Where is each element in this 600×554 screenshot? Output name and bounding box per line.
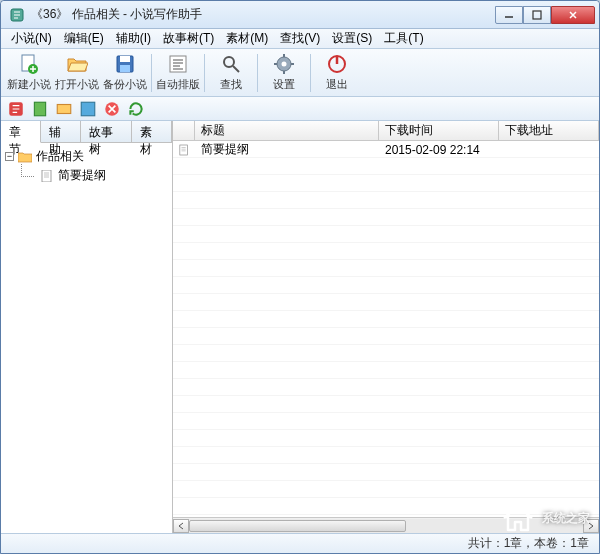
exit-icon <box>326 53 348 75</box>
grid-header-icon[interactable] <box>173 121 195 140</box>
statusbar: 共计：1章，本卷：1章 <box>1 533 599 553</box>
format-icon <box>167 53 189 75</box>
maximize-button[interactable] <box>523 6 551 24</box>
status-text: 共计：1章，本卷：1章 <box>468 535 589 552</box>
tree-child-label: 简要提纲 <box>58 167 106 184</box>
titlebar: 《36》 作品相关 - 小说写作助手 <box>1 1 599 29</box>
scroll-track[interactable] <box>189 519 583 533</box>
exit-label: 退出 <box>326 77 348 92</box>
new-novel-label: 新建小说 <box>7 77 51 92</box>
open-novel-label: 打开小说 <box>55 77 99 92</box>
svg-rect-21 <box>57 104 71 113</box>
tab-assist[interactable]: 辅助 <box>41 121 81 142</box>
menu-storytree[interactable]: 故事树(T) <box>157 28 220 49</box>
tree-view[interactable]: − 作品相关 简要提纲 <box>1 143 172 533</box>
grid-header-title[interactable]: 标题 <box>195 121 379 140</box>
app-icon <box>9 7 25 23</box>
sidebar-tabs: 章节 辅助 故事树 素材 <box>1 121 172 143</box>
row-icon <box>173 144 195 156</box>
tab-chapters[interactable]: 章节 <box>1 121 41 143</box>
grid-header-addr[interactable]: 下载地址 <box>499 121 599 140</box>
attach-button[interactable] <box>55 100 73 118</box>
auto-format-label: 自动排版 <box>156 77 200 92</box>
toolbar-separator <box>257 54 258 92</box>
scroll-left-button[interactable] <box>173 519 189 533</box>
exit-button[interactable]: 退出 <box>313 51 361 95</box>
svg-rect-20 <box>34 102 45 116</box>
toolbar-separator <box>151 54 152 92</box>
backup-novel-label: 备份小说 <box>103 77 147 92</box>
menu-edit[interactable]: 编辑(E) <box>58 28 110 49</box>
gear-icon <box>273 53 295 75</box>
svg-line-10 <box>233 66 239 72</box>
svg-rect-8 <box>170 56 186 72</box>
backup-novel-button[interactable]: 备份小说 <box>101 51 149 95</box>
delete-button[interactable] <box>103 100 121 118</box>
new-novel-button[interactable]: 新建小说 <box>5 51 53 95</box>
menu-find[interactable]: 查找(V) <box>274 28 326 49</box>
scroll-right-button[interactable] <box>583 519 599 533</box>
refresh-button[interactable] <box>127 100 145 118</box>
open-novel-button[interactable]: 打开小说 <box>53 51 101 95</box>
save-icon <box>114 53 136 75</box>
open-folder-icon <box>66 53 88 75</box>
minimize-button[interactable] <box>495 6 523 24</box>
sidebar: 章节 辅助 故事树 素材 − 作品相关 简要提纲 <box>1 121 173 533</box>
grid-header: 标题 下载时间 下载地址 <box>173 121 599 141</box>
svg-point-9 <box>224 57 234 67</box>
main-area: 章节 辅助 故事树 素材 − 作品相关 简要提纲 <box>1 121 599 533</box>
find-label: 查找 <box>220 77 242 92</box>
svg-rect-6 <box>120 56 130 62</box>
content-area: 标题 下载时间 下载地址 简要提纲 2015-02-09 22:14 <box>173 121 599 533</box>
tab-material[interactable]: 素材 <box>132 121 172 142</box>
tree-child[interactable]: 简要提纲 <box>21 166 168 185</box>
search-icon <box>220 53 242 75</box>
row-title: 简要提纲 <box>195 141 379 158</box>
toolbar-separator <box>310 54 311 92</box>
svg-rect-25 <box>180 145 188 155</box>
svg-rect-2 <box>533 11 541 19</box>
toolbar-separator <box>204 54 205 92</box>
row-time: 2015-02-09 22:14 <box>379 143 499 157</box>
folder-open-icon <box>18 151 32 163</box>
grid-header-time[interactable]: 下载时间 <box>379 121 499 140</box>
menubar: 小说(N) 编辑(E) 辅助(I) 故事树(T) 素材(M) 查找(V) 设置(… <box>1 29 599 49</box>
close-button[interactable] <box>551 6 595 24</box>
book-button[interactable] <box>31 100 49 118</box>
new-file-icon <box>18 53 40 75</box>
settings-button[interactable]: 设置 <box>260 51 308 95</box>
horizontal-scrollbar[interactable] <box>173 517 599 533</box>
filter-button[interactable] <box>7 100 25 118</box>
grid-body[interactable]: 简要提纲 2015-02-09 22:14 <box>173 141 599 517</box>
document-icon <box>40 170 54 182</box>
svg-rect-7 <box>120 65 130 72</box>
menu-material[interactable]: 素材(M) <box>220 28 274 49</box>
menu-tools[interactable]: 工具(T) <box>378 28 429 49</box>
settings-label: 设置 <box>273 77 295 92</box>
iconbar <box>1 97 599 121</box>
toolbar: 新建小说 打开小说 备份小说 自动排版 查找 设置 退出 <box>1 49 599 97</box>
tab-storytree[interactable]: 故事树 <box>81 121 132 142</box>
menu-assist[interactable]: 辅助(I) <box>110 28 157 49</box>
menu-settings[interactable]: 设置(S) <box>326 28 378 49</box>
find-button[interactable]: 查找 <box>207 51 255 95</box>
auto-format-button[interactable]: 自动排版 <box>154 51 202 95</box>
check-button[interactable] <box>79 100 97 118</box>
window-title: 《36》 作品相关 - 小说写作助手 <box>31 6 495 23</box>
tree-root-label: 作品相关 <box>36 148 84 165</box>
grid-row[interactable]: 简要提纲 2015-02-09 22:14 <box>173 141 599 158</box>
svg-rect-24 <box>42 170 51 182</box>
svg-rect-22 <box>81 102 95 116</box>
menu-novel[interactable]: 小说(N) <box>5 28 58 49</box>
collapse-icon[interactable]: − <box>5 152 14 161</box>
svg-point-12 <box>282 62 287 67</box>
scroll-thumb[interactable] <box>189 520 406 532</box>
